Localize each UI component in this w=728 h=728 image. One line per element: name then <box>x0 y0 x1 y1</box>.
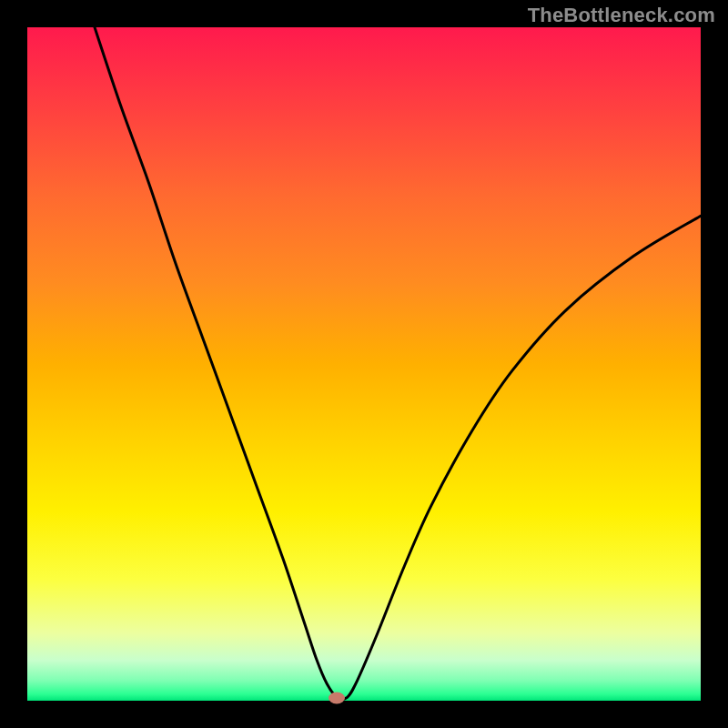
bottleneck-minimum-marker <box>329 693 345 704</box>
bottleneck-curve <box>27 27 701 701</box>
watermark: TheBottleneck.com <box>528 4 715 27</box>
chart-root: TheBottleneck.com <box>0 0 728 728</box>
plot-area <box>27 27 701 701</box>
